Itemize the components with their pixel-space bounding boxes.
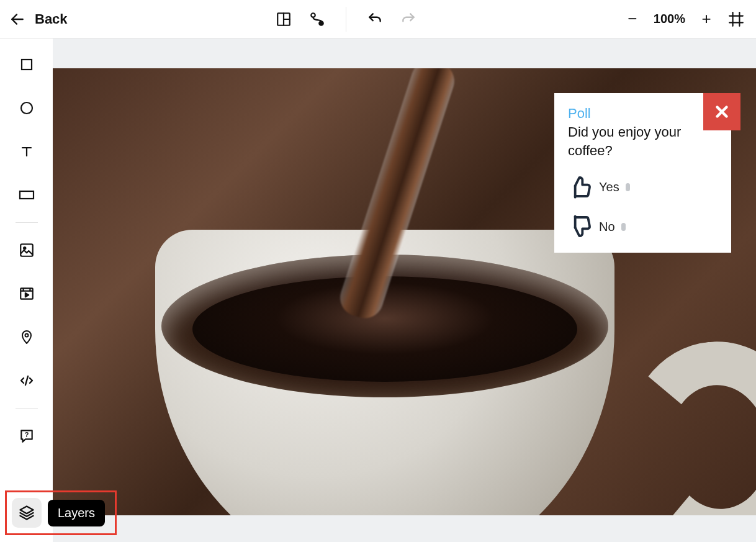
- code-tool[interactable]: [18, 372, 35, 389]
- sidebar-divider-2: [16, 408, 38, 409]
- poll-option-label: No: [599, 220, 615, 234]
- zoom-level[interactable]: 100%: [654, 12, 685, 26]
- artboard-coffee-scene[interactable]: Poll Did you enjoy your coffee? Yes No: [53, 68, 756, 515]
- svg-point-22: [25, 334, 28, 337]
- layers-button[interactable]: [12, 498, 42, 528]
- svg-text:?: ?: [24, 431, 29, 438]
- poll-question[interactable]: Did you enjoy your coffee?: [568, 123, 692, 160]
- poll-option-no[interactable]: No: [568, 214, 718, 239]
- svg-point-11: [21, 102, 32, 114]
- poll-option-handle[interactable]: [626, 183, 630, 191]
- redo-icon[interactable]: [400, 11, 417, 28]
- poll-option-handle[interactable]: [621, 223, 626, 231]
- layers-annotation: Layers: [5, 490, 117, 535]
- tools-sidebar: ?: [0, 38, 53, 542]
- rectangle-tool[interactable]: [18, 56, 35, 73]
- poll-widget[interactable]: Poll Did you enjoy your coffee? Yes No: [554, 93, 731, 253]
- toolbar-divider: [346, 7, 346, 32]
- svg-rect-14: [20, 191, 34, 199]
- svg-rect-15: [20, 244, 33, 256]
- poll-option-yes[interactable]: Yes: [568, 174, 718, 199]
- thumbs-up-icon: [568, 174, 593, 199]
- image-tool[interactable]: [18, 242, 35, 259]
- zoom-out-button[interactable]: −: [625, 9, 640, 29]
- sidebar-divider: [16, 222, 38, 223]
- poll-option-label: Yes: [599, 180, 619, 194]
- svg-line-23: [25, 376, 28, 385]
- zoom-in-button[interactable]: +: [699, 9, 714, 29]
- svg-marker-21: [25, 293, 28, 297]
- help-tool[interactable]: ?: [18, 427, 35, 445]
- grid-frame-icon[interactable]: [727, 11, 745, 28]
- svg-point-16: [24, 247, 25, 249]
- svg-marker-27: [20, 507, 34, 514]
- percent-path-icon[interactable]: [308, 11, 326, 28]
- undo-icon[interactable]: [366, 11, 384, 28]
- arrow-left-icon: [9, 11, 26, 28]
- circle-tool[interactable]: [18, 99, 35, 117]
- button-tool[interactable]: [18, 186, 35, 204]
- back-button[interactable]: Back: [9, 11, 68, 28]
- mug-handle-graphic: [617, 334, 756, 515]
- text-tool[interactable]: [18, 143, 35, 160]
- back-label: Back: [35, 11, 68, 27]
- layers-tooltip: Layers: [48, 500, 105, 526]
- layout-columns-icon[interactable]: [275, 11, 292, 28]
- top-toolbar: Back − 100% +: [0, 0, 756, 38]
- svg-rect-10: [22, 60, 32, 70]
- poll-close-button[interactable]: [703, 93, 740, 130]
- pin-tool[interactable]: [18, 328, 35, 346]
- canvas-area[interactable]: Poll Did you enjoy your coffee? Yes No: [53, 38, 756, 542]
- thumbs-down-icon: [568, 214, 593, 239]
- poll-title: Poll: [568, 106, 591, 122]
- video-tool[interactable]: [18, 285, 35, 302]
